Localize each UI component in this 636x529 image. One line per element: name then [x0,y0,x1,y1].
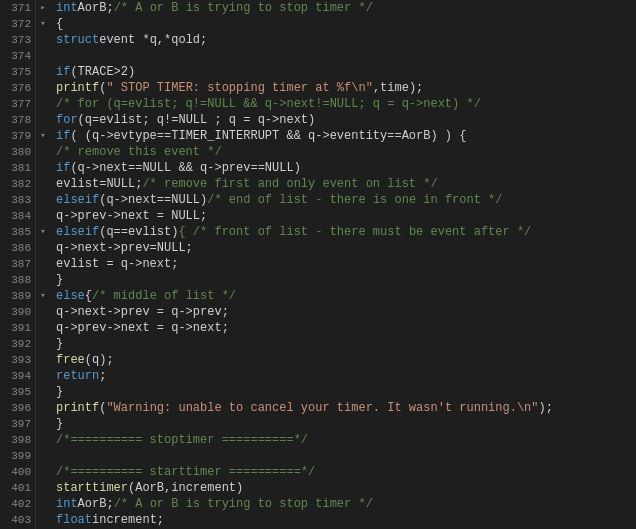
code-line: } [56,336,636,352]
fold-marker [36,240,50,256]
line-number: 384 [0,208,31,224]
line-number: 386 [0,240,31,256]
plain-token: { [56,16,63,32]
fold-marker [36,272,50,288]
plain-token: AorB; [78,496,114,512]
plain-token: ( [99,400,106,416]
plain-token: } [56,336,63,352]
line-number: 391 [0,320,31,336]
line-number: 382 [0,176,31,192]
fold-marker[interactable]: ▾ [36,128,50,144]
plain-token: q->prev->next = NULL; [56,208,207,224]
plain-token: increment; [92,512,164,528]
code-line: /*========== stoptimer ==========*/ [56,432,636,448]
kw-token: for [56,112,78,128]
line-number: 393 [0,352,31,368]
fold-marker [36,416,50,432]
line-number: 383 [0,192,31,208]
code-line: return; [56,368,636,384]
fold-marker [36,144,50,160]
code-line: } [56,384,636,400]
fold-marker[interactable]: ▸ [36,0,50,16]
code-line: evlist=NULL; /* remove first and only ev… [56,176,636,192]
plain-token: evlist = q->next; [56,256,178,272]
code-line: else { /* middle of list */ [56,288,636,304]
code-line: } [56,272,636,288]
code-line: q->next->prev=NULL; [56,240,636,256]
line-number: 392 [0,336,31,352]
code-line: for (q=evlist; q!=NULL ; q = q->next) [56,112,636,128]
fold-marker [36,512,50,528]
code-line [56,448,636,464]
comment-token: /* remove first and only event on list *… [142,176,437,192]
line-number: 394 [0,368,31,384]
fold-marker [36,48,50,64]
fold-marker[interactable]: ▾ [36,16,50,32]
plain-token: q->next->prev = q->prev; [56,304,229,320]
fold-marker [36,432,50,448]
plain-token: ,time); [373,80,423,96]
code-editor: 3713723733743753763773783793803813823833… [0,0,636,529]
code-line: float increment; [56,512,636,528]
line-number: 389 [0,288,31,304]
comment-token: { /* front of list - there must be event… [178,224,531,240]
func-token: printf [56,80,99,96]
code-line: if (TRACE>2) [56,64,636,80]
comment-token: /* A or B is trying to stop timer */ [114,0,373,16]
plain-token: } [56,384,63,400]
comment-token: /* for (q=evlist; q!=NULL && q->next!=NU… [56,96,481,112]
code-line: /*========== starttimer ==========*/ [56,464,636,480]
line-number: 381 [0,160,31,176]
fold-marker [36,384,50,400]
code-line: q->next->prev = q->prev; [56,304,636,320]
code-line: if (q->next==NULL && q->prev==NULL) [56,160,636,176]
plain-token: (q->next==NULL && q->prev==NULL) [70,160,300,176]
fold-marker [36,448,50,464]
str-token: "Warning: unable to cancel your timer. I… [106,400,538,416]
line-number: 385 [0,224,31,240]
plain-token: (AorB,increment) [128,480,243,496]
str-token: " STOP TIMER: stopping timer at %f\n" [106,80,372,96]
comment-token: /* end of list - there is one in front *… [207,192,502,208]
kw-token: int [56,0,78,16]
fold-marker[interactable]: ▾ [36,288,50,304]
plain-token: q->prev->next = q->next; [56,320,229,336]
code-line: /* remove this event */ [56,144,636,160]
fold-marker [36,160,50,176]
fold-marker[interactable]: ▾ [36,224,50,240]
plain-token: (q); [85,352,114,368]
func-token: printf [56,400,99,416]
code-line: } [56,416,636,432]
code-line [56,48,636,64]
code-line: starttimer(AorB,increment) [56,480,636,496]
plain-token: evlist=NULL; [56,176,142,192]
fold-marker [36,480,50,496]
code-line: printf(" STOP TIMER: stopping timer at %… [56,80,636,96]
fold-marker [36,176,50,192]
code-line: free(q); [56,352,636,368]
code-line: evlist = q->next; [56,256,636,272]
line-number: 387 [0,256,31,272]
kw-token: if [56,160,70,176]
plain-token: ); [539,400,553,416]
plain-token: } [56,416,63,432]
fold-marker [36,464,50,480]
kw-token: if [85,224,99,240]
fold-marker [36,320,50,336]
line-number: 377 [0,96,31,112]
code-line: struct event *q,*qold; [56,32,636,48]
line-number: 379 [0,128,31,144]
line-number: 371 [0,0,31,16]
plain-token: ( (q->evtype==TIMER_INTERRUPT && q->even… [70,128,466,144]
line-number: 390 [0,304,31,320]
kw-token: else [56,288,85,304]
kw-token: if [56,64,70,80]
comment-token: /* middle of list */ [92,288,236,304]
code-line: int AorB; /* A or B is trying to stop ti… [56,496,636,512]
fold-marker [36,96,50,112]
fold-marker [36,80,50,96]
line-number: 376 [0,80,31,96]
line-number: 372 [0,16,31,32]
func-token: starttimer [56,480,128,496]
fold-gutter[interactable]: ▸▾▾▾▾▾ [36,0,50,529]
